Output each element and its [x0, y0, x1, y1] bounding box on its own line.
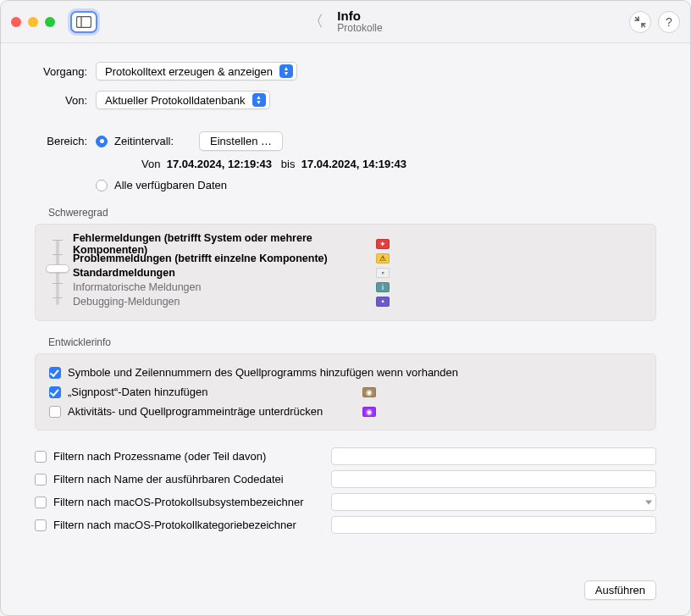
severity-row: Informatorische Meldungeni — [73, 280, 642, 294]
checkbox-symbols-label: Symbole und Zeilennummern des Quellprogr… — [68, 366, 642, 379]
signpost-badge-icon: ◉ — [362, 387, 376, 397]
filter-subsystem-label: Filtern nach macOS-Protokollsubsystembez… — [53, 496, 304, 508]
von-value: Aktueller Protokolldatenbank — [105, 94, 246, 107]
checkbox-suppress[interactable] — [49, 406, 61, 418]
severity-label: Problemmeldungen (betrifft einzelne Komp… — [73, 253, 376, 264]
window: 〈 Info Protokolle ? Vorgang: Protokollt — [0, 0, 691, 616]
suppress-badge-icon: ◉ — [362, 407, 376, 417]
radio-zeitintervall[interactable] — [96, 136, 108, 147]
checkbox-filter-exec[interactable] — [35, 474, 47, 486]
select-arrows-icon: ▲▼ — [252, 93, 266, 107]
titlebar: 〈 Info Protokolle ? — [1, 1, 690, 43]
checkbox-signpost[interactable] — [49, 386, 61, 398]
window-subtitle: Protokolle — [337, 23, 382, 35]
radio-zeitintervall-label: Zeitintervall: — [114, 135, 199, 147]
radio-alle-daten[interactable] — [96, 180, 108, 191]
checkbox-suppress-label: Aktivitäts- und Quellprogrammeinträge un… — [68, 405, 362, 418]
collapse-icon — [634, 16, 646, 28]
window-title: Info — [337, 8, 382, 23]
severity-badge-icon: ✦ — [376, 239, 390, 249]
vorgang-select[interactable]: Protokolltext erzeugen & anzeigen ▲▼ — [96, 62, 297, 80]
checkbox-filter-process[interactable] — [35, 451, 47, 463]
severity-row: Standardmeldungen▫ — [73, 265, 642, 280]
severity-section-label: Schweregrad — [48, 207, 656, 219]
traffic-lights — [11, 17, 55, 27]
zoom-button[interactable] — [45, 17, 55, 27]
filter-category-label: Filtern nach macOS-Protokollkategoriebez… — [53, 519, 296, 531]
severity-row: Problemmeldungen (betrifft einzelne Komp… — [73, 251, 642, 265]
filter-subsystem-combo[interactable] — [331, 493, 656, 511]
execute-button[interactable]: Ausführen — [584, 580, 656, 600]
severity-label: Standardmeldungen — [73, 267, 376, 279]
help-button[interactable]: ? — [658, 11, 680, 33]
severity-thumb[interactable] — [46, 264, 69, 273]
select-arrows-icon: ▲▼ — [279, 64, 293, 78]
filter-exec-input[interactable] — [331, 470, 656, 488]
severity-group: Fehlermeldungen (betrifft System oder me… — [35, 224, 656, 321]
severity-badge-icon: • — [376, 297, 390, 307]
bereich-label: Bereich: — [35, 135, 87, 147]
vorgang-value: Protokolltext erzeugen & anzeigen — [105, 65, 273, 78]
checkbox-symbols[interactable] — [49, 367, 61, 379]
severity-badge-icon: ▫ — [376, 268, 390, 278]
severity-row: Debugging-Meldungen• — [73, 294, 642, 308]
von-label: Von: — [35, 94, 87, 107]
severity-row: Fehlermeldungen (betrifft System oder me… — [73, 236, 642, 251]
dev-group: Symbole und Zeilennummern des Quellprogr… — [35, 353, 656, 430]
severity-badge-icon: ⚠ — [376, 253, 390, 264]
checkbox-filter-category[interactable] — [35, 519, 47, 531]
minimize-button[interactable] — [28, 17, 38, 27]
filter-process-input[interactable] — [331, 447, 656, 465]
range-display: Von 17.04.2024, 12:19:43 bis 17.04.2024,… — [141, 158, 656, 170]
back-button[interactable]: 〈 — [308, 11, 323, 31]
radio-alle-daten-label: Alle verfügbaren Daten — [114, 179, 227, 191]
checkbox-filter-subsystem[interactable] — [35, 497, 47, 508]
filter-process-label: Filtern nach Prozessname (oder Teil davo… — [53, 450, 266, 463]
severity-badge-icon: i — [376, 282, 390, 292]
collapse-button[interactable] — [629, 11, 651, 33]
close-button[interactable] — [11, 17, 21, 27]
content: Vorgang: Protokolltext erzeugen & anzeig… — [1, 43, 690, 554]
severity-label: Debugging-Meldungen — [73, 296, 376, 308]
severity-label: Informatorische Meldungen — [73, 281, 376, 293]
sidebar-icon — [76, 16, 91, 28]
checkbox-signpost-label: „Signpost“-Daten hinzufügen — [68, 386, 362, 398]
von-select[interactable]: Aktueller Protokolldatenbank ▲▼ — [96, 91, 270, 109]
vorgang-label: Vorgang: — [35, 65, 87, 78]
title-area: 〈 Info Protokolle — [308, 8, 382, 35]
sidebar-toggle-button[interactable] — [70, 11, 97, 33]
severity-slider[interactable] — [49, 236, 66, 308]
einstellen-button[interactable]: Einstellen … — [199, 131, 283, 151]
filter-exec-label: Filtern nach Name der ausführbaren Coded… — [53, 473, 284, 486]
svg-rect-0 — [77, 16, 91, 27]
dev-section-label: Entwicklerinfo — [48, 336, 656, 348]
filter-category-input[interactable] — [331, 516, 656, 534]
